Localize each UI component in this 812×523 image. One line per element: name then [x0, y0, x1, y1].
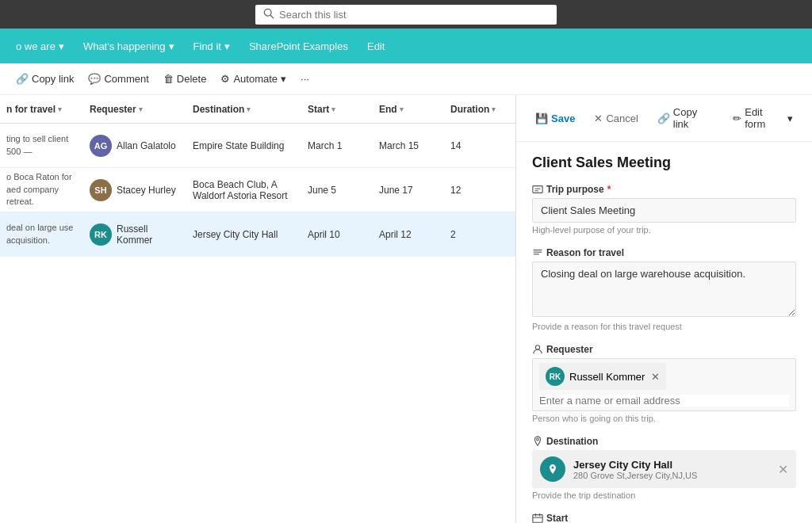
table-row[interactable]: o Boca Raton for aed company retreat. SH… [0, 168, 515, 212]
col-start[interactable]: Start ▾ [308, 104, 379, 115]
col-requester[interactable]: Requester ▾ [90, 104, 193, 115]
chevron-down-icon: ▾ [169, 40, 174, 52]
panel-toolbar: 💾 Save ✕ Cancel 🔗 Copy link ✏ Edit form … [516, 95, 812, 142]
cancel-button[interactable]: ✕ Cancel [588, 109, 644, 128]
right-panel: 💾 Save ✕ Cancel 🔗 Copy link ✏ Edit form … [515, 95, 812, 523]
more-button[interactable]: ··· [294, 69, 316, 89]
start-label: Start [532, 513, 796, 523]
nav-item-sharepoint[interactable]: SharePoint Examples [241, 36, 356, 57]
svg-point-10 [552, 467, 554, 469]
comment-button[interactable]: 💬 Comment [82, 69, 155, 89]
location-icon [532, 436, 543, 447]
nav-item-edit[interactable]: Edit [359, 36, 393, 57]
trip-purpose-input[interactable] [532, 198, 796, 223]
cell-destination: Empire State Building [193, 140, 308, 151]
cell-requester: RK Russell Kommer [90, 223, 193, 246]
destination-address: 280 Grove St,Jersey City,NJ,US [573, 471, 697, 480]
search-input[interactable] [279, 9, 549, 21]
panel-body: Client Sales Meeting Trip purpose * High… [516, 142, 812, 523]
required-marker: * [607, 184, 611, 195]
requester-group: Requester RK Russell Kommer ✕ Person who… [532, 344, 796, 423]
sort-icon: ▾ [331, 105, 335, 113]
delete-button[interactable]: 🗑 Delete [157, 69, 213, 89]
chevron-down-icon: ▾ [224, 40, 230, 52]
table-header: n for travel ▾ Requester ▾ Destination ▾… [0, 95, 515, 124]
save-icon: 💾 [535, 113, 548, 124]
trip-purpose-group: Trip purpose * High-level purpose of you… [532, 184, 796, 235]
chevron-down-icon: ▾ [281, 73, 286, 85]
requester-hint: Person who is going on this trip. [532, 414, 796, 423]
cell-reason: o Boca Raton for aed company retreat. [6, 171, 90, 208]
svg-line-1 [270, 15, 274, 18]
reason-label: Reason for travel [532, 247, 796, 258]
col-end[interactable]: End ▾ [379, 104, 450, 115]
person-icon [532, 344, 543, 355]
cell-destination: Boca Beach Club, A Waldorf Astoria Resor… [193, 179, 308, 201]
edit-form-button[interactable]: ✏ Edit form ▾ [726, 103, 799, 133]
edit-icon: ✏ [733, 113, 741, 124]
destination-info: Jersey City City Hall 280 Grove St,Jerse… [573, 459, 697, 480]
svg-point-8 [535, 345, 539, 349]
destination-label: Destination [532, 436, 796, 447]
form-title: Client Sales Meeting [532, 155, 796, 171]
avatar: RK [90, 223, 112, 246]
svg-rect-2 [533, 186, 542, 193]
destination-card: Jersey City City Hall 280 Grove St,Jerse… [532, 450, 796, 488]
cell-start: April 10 [308, 229, 379, 240]
calendar-icon [532, 513, 543, 523]
nav-bar: o we are ▾ What's happening ▾ Find it ▾ … [0, 29, 812, 63]
save-button[interactable]: 💾 Save [529, 109, 581, 128]
chevron-down-icon: ▾ [59, 40, 64, 52]
list-panel: n for travel ▾ Requester ▾ Destination ▾… [0, 95, 515, 523]
top-bar [0, 0, 812, 29]
automate-button[interactable]: ⚙ Automate ▾ [214, 69, 293, 89]
cell-requester: SH Stacey Hurley [90, 179, 193, 201]
col-destination[interactable]: Destination ▾ [193, 104, 308, 115]
delete-icon: 🗑 [163, 73, 174, 85]
link-icon: 🔗 [16, 73, 29, 85]
cell-duration: 12 [450, 185, 515, 196]
remove-destination-button[interactable]: ✕ [778, 462, 788, 477]
col-reason[interactable]: n for travel ▾ [6, 104, 90, 115]
cell-reason: ting to sell client 500 — [6, 133, 90, 158]
trip-purpose-label: Trip purpose * [532, 184, 796, 195]
table-row[interactable]: ting to sell client 500 — AG Allan Galat… [0, 124, 515, 168]
destination-name: Jersey City City Hall [573, 459, 697, 471]
cell-end: April 12 [379, 229, 450, 240]
svg-point-9 [537, 438, 539, 441]
list-toolbar: 🔗 Copy link 💬 Comment 🗑 Delete ⚙ Automat… [0, 63, 812, 95]
avatar: SH [90, 179, 112, 201]
cell-start: March 1 [308, 140, 379, 151]
trip-purpose-hint: High-level purpose of your trip. [532, 225, 796, 235]
destination-group: Destination Jersey City City Hall 280 Gr… [532, 436, 796, 500]
destination-hint: Provide the trip destination [532, 491, 796, 500]
cell-destination: Jersey City City Hall [193, 229, 308, 240]
cell-reason: deal on large use acquisition. [6, 222, 90, 246]
nav-item-happening[interactable]: What's happening ▾ [75, 36, 182, 57]
copy-link-panel-button[interactable]: 🔗 Copy link [651, 103, 720, 133]
requester-tag: RK Russell Kommer ✕ [539, 363, 666, 390]
remove-requester-button[interactable]: ✕ [651, 371, 660, 383]
comment-icon: 💬 [88, 73, 101, 85]
requester-label: Requester [532, 344, 796, 355]
requester-name: Russell Kommer [569, 371, 645, 383]
form-icon [532, 184, 543, 195]
col-duration[interactable]: Duration ▾ [450, 104, 515, 115]
form-icon [532, 247, 543, 258]
cell-start: June 5 [308, 185, 379, 196]
cell-end: March 15 [379, 140, 450, 151]
cell-duration: 14 [450, 140, 515, 151]
nav-item-findit[interactable]: Find it ▾ [186, 36, 238, 57]
nav-item-weare[interactable]: o we are ▾ [8, 36, 72, 57]
requester-people-input[interactable] [539, 395, 789, 407]
sort-icon: ▾ [247, 105, 251, 113]
automate-icon: ⚙ [220, 73, 230, 85]
svg-rect-11 [533, 515, 542, 523]
requester-input-container: RK Russell Kommer ✕ [532, 358, 796, 411]
reason-textarea[interactable]: Closing deal on large warehouse acquisit… [532, 262, 796, 317]
reason-hint: Provide a reason for this travel request [532, 322, 796, 331]
search-icon [263, 8, 274, 21]
search-container [255, 5, 557, 25]
table-row[interactable]: deal on large use acquisition. RK Russel… [0, 212, 515, 257]
copy-link-button[interactable]: 🔗 Copy link [10, 69, 80, 89]
